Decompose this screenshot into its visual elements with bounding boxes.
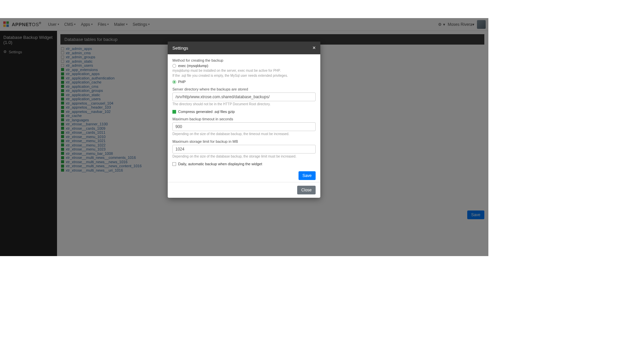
method-exec-help2: If the .sql file you created is empty, t… <box>172 73 316 78</box>
radio-label: exec (mysqldump) <box>178 64 208 68</box>
compress-checkbox[interactable]: Compress generated .sql files gzip <box>172 110 316 114</box>
storage-help: Depending on the size of the database ba… <box>172 154 316 159</box>
timeout-input[interactable] <box>172 122 316 131</box>
checkbox-icon <box>172 110 176 114</box>
dir-label: Server directory where the backups are s… <box>172 87 316 91</box>
checkbox-label: Compress generated .sql files gzip <box>178 110 235 114</box>
timeout-help: Depending on the size of the database ba… <box>172 132 316 136</box>
radio-icon <box>172 64 176 68</box>
method-label: Method for creating the backup <box>172 58 316 62</box>
method-exec-help1: mysqldump must be installed on the serve… <box>172 68 316 73</box>
dir-help: The directory should not be in the HTTP … <box>172 102 316 106</box>
dir-input[interactable] <box>172 93 316 101</box>
method-php-radio[interactable]: PHP <box>172 80 316 84</box>
modal-close-footer-button[interactable]: Close <box>297 186 316 194</box>
modal-title: Settings <box>172 46 188 51</box>
storage-input[interactable] <box>172 145 316 154</box>
timeout-label: Maximum backup timeout in seconds <box>172 117 316 121</box>
daily-checkbox[interactable]: Daily, automatic backup when displaying … <box>172 162 316 166</box>
checkbox-label: Daily, automatic backup when displaying … <box>178 162 262 166</box>
top-gap <box>0 0 488 18</box>
radio-label: PHP <box>178 80 186 84</box>
settings-modal: Settings × Method for creating the backu… <box>168 42 320 198</box>
close-icon: × <box>313 45 316 51</box>
modal-close-button[interactable]: × <box>313 45 316 51</box>
method-exec-radio[interactable]: exec (mysqldump) <box>172 64 316 68</box>
checkbox-icon <box>172 162 176 166</box>
bottom-gap <box>0 256 488 344</box>
radio-icon <box>172 80 176 84</box>
modal-save-button[interactable]: Save <box>299 171 316 180</box>
storage-label: Maximum storage limit for backup in MB <box>172 139 316 143</box>
modal-header: Settings × <box>168 42 320 54</box>
